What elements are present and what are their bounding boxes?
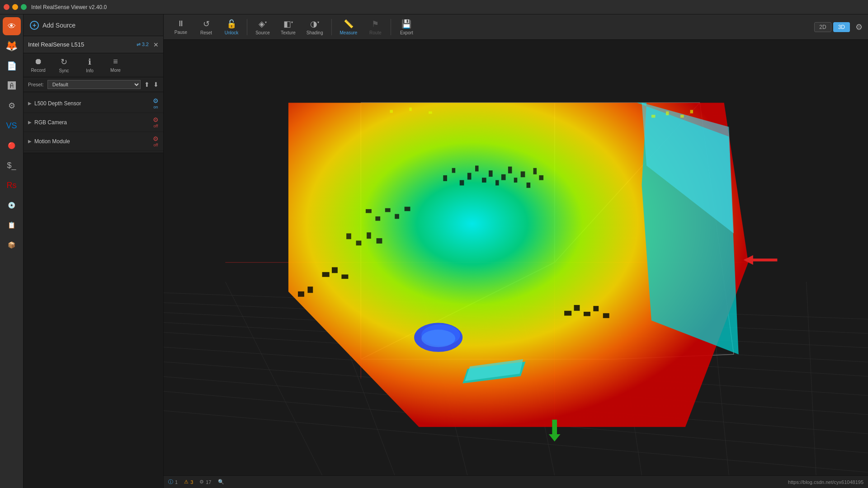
sensor-item-motion[interactable]: ▶ Motion Module ⚙ off (24, 132, 163, 151)
sync-icon: ↻ (61, 57, 67, 67)
taskbar-icon-app3[interactable]: 📦 (3, 236, 21, 254)
preset-download-button[interactable]: ⬇ (153, 81, 159, 88)
window-controls[interactable] (4, 4, 27, 10)
svg-rect-71 (584, 312, 590, 316)
svg-rect-41 (501, 174, 506, 180)
source-button[interactable]: ◈▾ Source (251, 17, 274, 37)
close-button[interactable] (4, 4, 9, 10)
taskbar-icon-realsense[interactable]: 👁 (3, 17, 21, 35)
device-close-button[interactable]: ✕ (153, 41, 159, 48)
taskbar-icon-vscode[interactable]: VS (3, 117, 21, 135)
gear-count: 17 (206, 479, 211, 485)
svg-rect-80 (690, 110, 693, 113)
sensor-left-rgb: ▶ RGB Camera (28, 119, 67, 126)
info-tool[interactable]: ℹ Info (80, 57, 100, 73)
svg-rect-52 (405, 207, 410, 211)
unlock-icon: 🔓 (226, 19, 236, 29)
sensor-name-rgb: RGB Camera (34, 119, 67, 126)
status-search[interactable]: 🔍 (218, 479, 224, 485)
3d-viewport-canvas (164, 40, 868, 475)
sensor-list: ▶ L500 Depth Sensor ⚙ on ▶ RGB Camera (24, 92, 163, 153)
svg-rect-43 (514, 178, 517, 183)
route-icon: ⚑ (372, 19, 379, 29)
svg-rect-53 (346, 233, 351, 239)
shading-button[interactable]: ◑▾ Shading (302, 17, 328, 37)
svg-rect-47 (539, 175, 543, 180)
left-panel: + Add Source Intel RealSense L515 ⇌ 3.2 … (24, 14, 164, 488)
sensor-item-depth[interactable]: ▶ L500 Depth Sensor ⚙ on (24, 94, 163, 113)
toggle-label-rgb: off (154, 124, 158, 128)
svg-rect-44 (521, 171, 525, 177)
sensor-toggle-rgb[interactable]: ⚙ off (153, 116, 159, 128)
measure-label: Measure (340, 30, 358, 35)
unlock-label: Unlock (225, 30, 239, 35)
svg-rect-42 (508, 167, 512, 174)
preset-upload-button[interactable]: ⬆ (144, 81, 150, 88)
device-usb-label: ⇌ 3.2 (137, 42, 149, 47)
taskbar-icon-app1[interactable]: 🔴 (3, 136, 21, 155)
minimize-button[interactable] (12, 4, 18, 10)
sensor-item-rgb[interactable]: ▶ RGB Camera ⚙ off (24, 113, 163, 132)
sync-tool[interactable]: ↻ Sync (54, 57, 74, 73)
taskbar-icon-app2[interactable]: 📋 (3, 216, 21, 234)
preset-select[interactable]: Default High Accuracy High Density Mediu… (47, 80, 141, 89)
info-count: 1 (175, 479, 178, 485)
status-url: https://blog.csdn.net/cyx61048195 (788, 479, 863, 485)
settings-icon[interactable]: ⚙ (855, 22, 863, 32)
reset-button[interactable]: ↺ Reset (194, 17, 218, 37)
svg-rect-49 (375, 216, 380, 221)
pause-icon: ⏸ (177, 19, 185, 28)
measure-button[interactable]: 📏 Measure (335, 17, 362, 37)
svg-rect-68 (307, 286, 313, 293)
texture-label: Texture (281, 30, 296, 35)
record-tool[interactable]: ⏺ Record (28, 57, 48, 73)
sensor-arrow-depth: ▶ (28, 101, 32, 106)
toolbar-separator-1 (247, 19, 247, 35)
taskbar-icon-terminal[interactable]: $_ (3, 156, 21, 174)
unlock-button[interactable]: 🔓 Unlock (220, 17, 243, 37)
taskbar-icon-rider[interactable]: Rs (3, 176, 21, 194)
sensor-toggle-depth[interactable]: ⚙ on (153, 97, 159, 109)
shading-label: Shading (307, 30, 323, 35)
sensor-left-motion: ▶ Motion Module (28, 138, 70, 145)
sensor-toggle-motion[interactable]: ⚙ off (153, 135, 159, 147)
titlebar: Intel RealSense Viewer v2.40.0 (0, 0, 868, 14)
svg-rect-36 (467, 173, 472, 180)
svg-point-59 (421, 330, 455, 347)
toggle-label-depth: on (153, 105, 158, 109)
taskbar-icon-settings[interactable]: ⚙ (3, 97, 21, 115)
sensor-name-depth: L500 Depth Sensor (34, 100, 81, 107)
svg-rect-46 (533, 168, 537, 174)
status-bar: ⓘ 1 ⚠ 3 ⚙ 17 🔍 https://blog.csdn.net/cyx… (164, 475, 868, 488)
maximize-button[interactable] (21, 4, 27, 10)
export-icon: 💾 (401, 19, 411, 29)
view-2d-button[interactable]: 2D (814, 22, 831, 32)
texture-icon: ◧▾ (283, 19, 293, 29)
svg-rect-40 (495, 180, 499, 186)
record-icon: ⏺ (34, 57, 42, 66)
more-label: More (110, 68, 121, 73)
svg-rect-51 (395, 214, 399, 219)
sensor-left-depth: ▶ L500 Depth Sensor (28, 100, 81, 107)
texture-button[interactable]: ◧▾ Texture (276, 17, 300, 37)
status-left: ⓘ 1 ⚠ 3 ⚙ 17 🔍 (168, 479, 224, 485)
route-label: Route (369, 30, 382, 35)
more-icon: ≡ (113, 57, 118, 66)
top-toolbar: ⏸ Pause ↺ Reset 🔓 Unlock ◈▾ Source ◧▾ Te… (164, 14, 868, 40)
sensor-name-motion: Motion Module (34, 138, 70, 145)
viewport[interactable] (164, 40, 868, 475)
route-button[interactable]: ⚑ Route (363, 17, 387, 37)
export-button[interactable]: 💾 Export (395, 17, 418, 37)
reset-icon: ↺ (203, 19, 210, 29)
taskbar-icon-files[interactable]: 📄 (3, 57, 21, 75)
view-3d-button[interactable]: 3D (833, 22, 850, 32)
svg-rect-38 (482, 178, 486, 183)
taskbar-icon-store[interactable]: 🅰 (3, 77, 21, 95)
add-source-bar[interactable]: + Add Source (24, 14, 163, 36)
taskbar-icon-disk[interactable]: 💿 (3, 196, 21, 214)
taskbar-icon-firefox[interactable]: 🦊 (3, 37, 21, 55)
pause-button[interactable]: ⏸ Pause (169, 17, 193, 37)
more-tool[interactable]: ≡ More (105, 57, 126, 73)
info-icon: ℹ (88, 57, 91, 67)
svg-rect-73 (603, 313, 609, 318)
